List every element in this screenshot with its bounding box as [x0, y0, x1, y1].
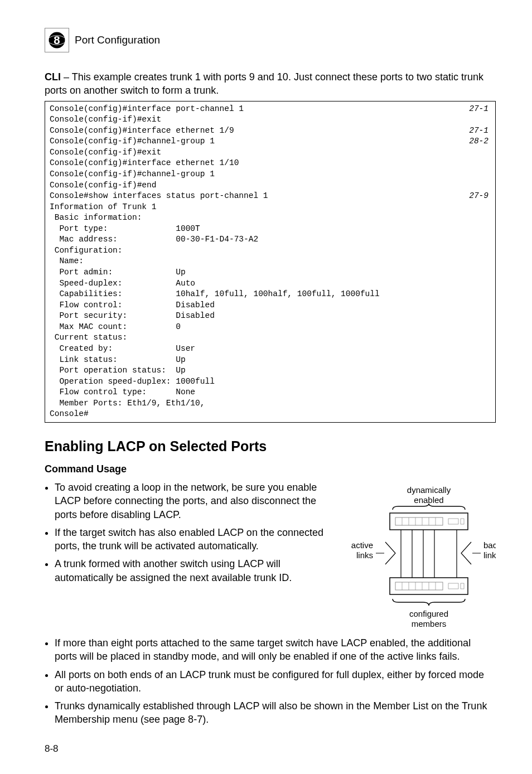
code-line: Console#	[50, 409, 491, 420]
page-header: 8 Port Configuration	[45, 28, 496, 52]
switch-icon-bottom	[395, 582, 464, 590]
code-line: Name:	[50, 256, 491, 267]
bullet-list-full: If more than eight ports attached to the…	[45, 636, 496, 727]
code-line: Current status:	[50, 332, 491, 344]
code-line: Link status: Up	[50, 355, 491, 366]
list-item: All ports on both ends of an LACP trunk …	[55, 668, 496, 695]
list-item: To avoid creating a loop in the network,…	[55, 481, 340, 521]
network-diagram: dynamically enabled	[340, 481, 496, 636]
svg-rect-24	[448, 583, 458, 589]
list-item: Trunks dynamically established through L…	[55, 699, 496, 727]
diagram-label-members: members	[412, 619, 447, 628]
code-line: Max MAC count: 0	[50, 322, 491, 333]
code-line: Console#show interfaces status port-chan…	[50, 191, 491, 202]
code-line: Speed-duplex: Auto	[50, 278, 491, 289]
code-line: Flow control: Disabled	[50, 300, 491, 311]
diagram-label-active: active	[351, 540, 373, 550]
code-line: Port type: 1000T	[50, 224, 491, 235]
code-line: Console(config)#interface port-channel 1…	[50, 104, 491, 115]
svg-rect-10	[461, 519, 464, 524]
diagram-label-backup: backup	[483, 540, 496, 550]
svg-rect-9	[448, 519, 458, 524]
code-line: Console(config-if)#channel-group 1	[50, 169, 491, 180]
code-line: Port operation status: Up	[50, 365, 491, 376]
code-line: Console(config)#interface ethernet 1/927…	[50, 125, 491, 137]
code-line: Member Ports: Eth1/9, Eth1/10,	[50, 398, 491, 409]
intro-text: – This example creates trunk 1 with port…	[45, 71, 483, 96]
chapter-title: Port Configuration	[75, 34, 160, 46]
bullet-list-left: To avoid creating a loop in the network,…	[45, 481, 340, 589]
switch-icon-top	[395, 517, 464, 525]
code-line: Information of Trunk 1	[50, 202, 491, 213]
code-line: Console(config-if)#exit	[50, 114, 491, 125]
list-item: A trunk formed with another switch using…	[55, 557, 340, 584]
diagram-label-link: link	[483, 550, 496, 560]
chapter-icon: 8	[45, 28, 69, 52]
diagram-label-enabled: enabled	[414, 495, 443, 505]
code-line: Basic information:	[50, 212, 491, 224]
code-line: Console(config-if)#exit	[50, 147, 491, 158]
code-line: Created by: User	[50, 344, 491, 355]
intro-paragraph: CLI – This example creates trunk 1 with …	[45, 70, 496, 98]
page-number: 8-8	[45, 743, 496, 754]
code-line: Capabilities: 10half, 10full, 100half, 1…	[50, 289, 491, 300]
list-item: If more than eight ports attached to the…	[55, 636, 496, 664]
diagram-label-dynamically: dynamically	[407, 485, 451, 495]
command-usage-heading: Command Usage	[45, 463, 496, 475]
code-line: Mac address: 00-30-F1-D4-73-A2	[50, 234, 491, 245]
code-line: Console(config)#interface ethernet 1/10	[50, 158, 491, 169]
code-line: Console(config-if)#channel-group 128-2	[50, 136, 491, 147]
code-line: Operation speed-duplex: 1000full	[50, 376, 491, 388]
code-line: Flow control type: None	[50, 387, 491, 398]
diagram-label-links: links	[356, 550, 373, 560]
code-line: Console(config-if)#end	[50, 180, 491, 191]
cli-output-block: Console(config)#interface port-channel 1…	[45, 101, 496, 423]
list-item: If the target switch has also enabled LA…	[55, 526, 340, 553]
svg-rect-25	[461, 583, 464, 589]
cli-label: CLI	[45, 71, 61, 83]
code-line: Port admin: Up	[50, 267, 491, 278]
code-line: Configuration:	[50, 245, 491, 257]
section-heading: Enabling LACP on Selected Ports	[45, 438, 496, 454]
diagram-label-configured: configured	[409, 609, 448, 618]
code-line: Port security: Disabled	[50, 311, 491, 322]
